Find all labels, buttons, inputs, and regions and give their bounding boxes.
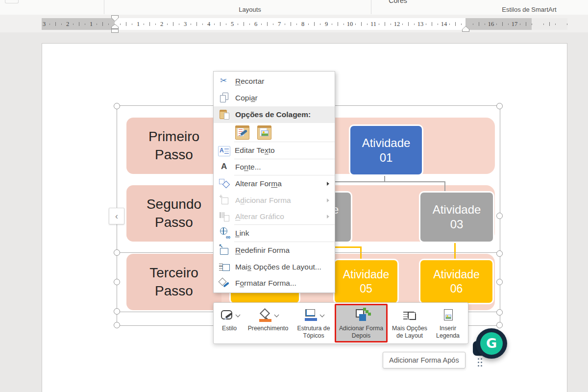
style-icon [220, 308, 234, 323]
ruler-number: 5 [231, 21, 234, 28]
submenu-arrow-icon [327, 215, 329, 219]
chevron-down-icon [319, 312, 324, 317]
reset-shape-icon [218, 244, 231, 257]
layout-options-icon [402, 308, 417, 323]
chevron-down-icon [235, 312, 240, 317]
selection-handle[interactable] [496, 250, 503, 257]
format-shape-icon [218, 277, 231, 290]
ruler-number: 7 [278, 21, 281, 28]
font-icon [218, 161, 231, 173]
ribbon-group-separator [371, 0, 371, 14]
selection-handle[interactable] [496, 309, 503, 316]
ruler-number: 4 [207, 21, 210, 28]
add-shape-after-icon [354, 308, 368, 323]
chevron-down-icon [274, 312, 279, 317]
selection-handle[interactable] [114, 279, 120, 285]
menu-item-mais-opcoes-de-layout[interactable]: Mais Opções de Layout... [214, 259, 335, 275]
ruler-number: 3 [184, 21, 187, 28]
selection-handle[interactable] [114, 249, 120, 256]
toolbar-button-inserir-legenda[interactable]: Inserir Legenda [432, 304, 464, 343]
paste-keep-source-formatting-icon[interactable] [235, 125, 249, 140]
paste-as-picture-icon[interactable] [257, 125, 271, 140]
menu-section-opcoes-de-colagem: Opções de Colagem: [214, 106, 335, 123]
selection-handle[interactable] [496, 103, 503, 109]
ruler-number: 1 [90, 21, 93, 28]
drag-dots-icon [478, 358, 479, 360]
ruler-number: 11 [370, 21, 376, 28]
menu-item-alterar-forma[interactable]: Alterar Forma [214, 175, 335, 192]
ruler-number: 16 [488, 21, 494, 28]
toolbar-button-estilo[interactable]: Estilo [216, 304, 243, 343]
toolbar-button-adicionar-forma-depois[interactable]: Adicionar Forma Depois [335, 304, 388, 343]
menu-item-fonte[interactable]: Fonte... [214, 159, 335, 175]
ruler-number: 1 [137, 21, 140, 28]
insert-caption-icon [441, 308, 455, 323]
ribbon-group-layouts: Layouts [239, 6, 261, 13]
ruler-number: 13 [417, 21, 424, 28]
ruler-number: 14 [441, 21, 447, 28]
fill-bucket-icon [258, 308, 273, 323]
ruler-number: 10 [347, 21, 353, 28]
ribbon-strip: Layouts Cores Estilos de SmartArt [0, 0, 588, 15]
paste-clipboard-icon [218, 108, 231, 121]
menu-item-link[interactable]: Link [214, 225, 335, 242]
grammarly-icon[interactable]: G [480, 332, 503, 355]
word-smartart-screen: Layouts Cores Estilos de SmartArt 321123… [0, 0, 588, 392]
outline-pencil-icon [304, 308, 318, 323]
change-chart-icon [218, 210, 231, 223]
ruler-number: 6 [254, 21, 257, 28]
toolbar-button-mais-opcoes-de-layout[interactable]: Mais Opções de Layout [388, 304, 431, 343]
tooltip: Adicionar Forma Após [383, 352, 466, 368]
paste-options-row [214, 123, 335, 142]
ribbon-group-separator [104, 0, 104, 14]
text-pane-toggle-button[interactable]: ‹ [109, 208, 124, 224]
ruler-number: 2 [160, 21, 163, 28]
menu-item-alterar-grafico: Alterar Gráfico [214, 209, 335, 224]
ruler-number: 17 [512, 21, 518, 28]
menu-item-formatar-forma[interactable]: Formatar Forma... [214, 275, 335, 291]
ruler-number: 2 [66, 21, 69, 28]
smartart-mini-toolbar: Estilo Preenchimento Estrutura de Tópico… [213, 302, 468, 344]
menu-item-editar-texto[interactable]: Editar Texto [214, 142, 335, 159]
ruler-number: 12 [394, 21, 400, 28]
ribbon-gallery-fragment [5, 0, 19, 3]
horizontal-ruler: 32112345678910111213141617 [0, 15, 588, 32]
selection-handle[interactable] [114, 322, 120, 328]
selection-handle[interactable] [496, 213, 503, 219]
ribbon-group-smartart-styles: Estilos de SmartArt [502, 6, 556, 13]
selection-handle[interactable] [496, 279, 503, 285]
menu-item-recortar[interactable]: Recortar [214, 73, 335, 90]
globe-link-icon [218, 227, 231, 240]
layout-options-icon [218, 261, 231, 273]
selection-handle[interactable] [114, 308, 120, 315]
ruler-number: 8 [301, 21, 304, 28]
ruler-number: 3 [43, 21, 46, 28]
toolbar-button-preenchimento[interactable]: Preenchimento [244, 304, 293, 343]
submenu-arrow-icon [327, 182, 329, 186]
copy-icon [218, 92, 231, 104]
tooltip-text: Adicionar Forma Após [389, 356, 459, 364]
toolbar-button-estrutura-de-topicos[interactable]: Estrutura de Tópicos [293, 304, 334, 343]
menu-item-redefinir-forma[interactable]: Redefinir Forma [214, 242, 335, 259]
ruler-number: 9 [325, 21, 328, 28]
change-shape-icon [218, 177, 231, 190]
selection-handle[interactable] [114, 103, 120, 109]
grammarly-widget[interactable]: G [471, 327, 508, 362]
ruler-bar: 32112345678910111213141617 [42, 18, 567, 30]
scissors-icon [218, 75, 231, 88]
context-menu: Recortar Copiar Opções de Colagem: Edita… [213, 71, 335, 293]
ribbon-button-cores[interactable]: Cores [389, 0, 407, 4]
submenu-arrow-icon [327, 198, 329, 202]
menu-item-adicionar-forma: Adicionar Forma [214, 192, 335, 209]
add-shape-icon [218, 194, 231, 207]
edit-text-icon [218, 146, 230, 156]
chevron-left-icon: ‹ [115, 211, 118, 221]
left-indent-marker[interactable] [111, 29, 119, 33]
menu-item-copiar[interactable]: Copiar [214, 90, 335, 106]
